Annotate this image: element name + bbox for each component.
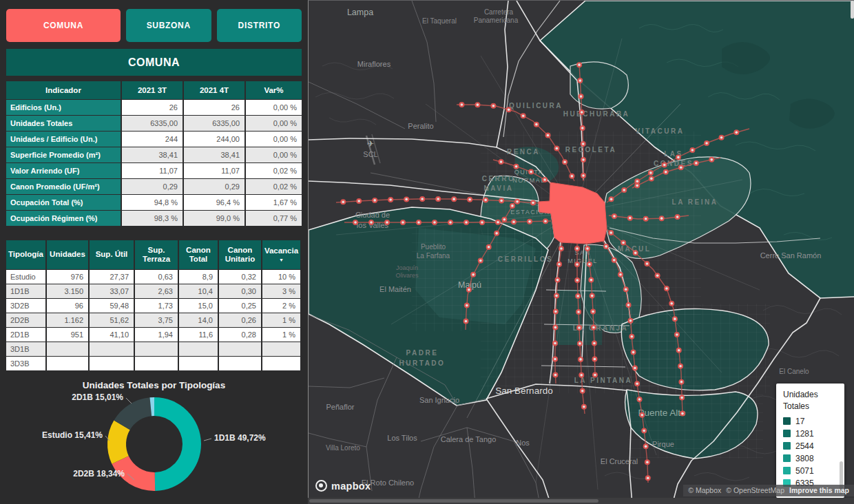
typology-value: 33,07 xyxy=(90,284,134,298)
typology-value: 14,0 xyxy=(179,313,218,327)
mapbox-logo[interactable]: mapbox xyxy=(315,480,371,492)
metro-station-dot-center xyxy=(705,142,708,145)
typology-row[interactable]: 2D2B1.16251,623,7514,00,261 % xyxy=(6,313,302,327)
typology-row[interactable]: 3D3B xyxy=(6,357,302,370)
metro-station-dot-center xyxy=(681,412,684,415)
map-legend: Unidades Totales 1712812544380850716335 xyxy=(776,384,844,498)
donut-label-Estudio: Estudio 15,41% xyxy=(42,430,103,440)
col-canon-unitario[interactable]: Canon Unitario xyxy=(219,240,261,269)
typology-value xyxy=(262,357,300,370)
metro-station-dot-center xyxy=(465,320,468,323)
typology-value xyxy=(262,342,300,356)
map-label--: ✈ xyxy=(367,139,374,149)
metro-station-dot-center xyxy=(605,245,607,248)
map-panel: ESTACIÓN LampaEl TaqueralCarreteraPaname… xyxy=(308,0,854,504)
col-unidades[interactable]: Unidades xyxy=(47,240,88,269)
attr-mapbox-link[interactable]: © Mapbox xyxy=(688,486,721,494)
typology-value: 51,62 xyxy=(90,313,134,327)
indicator-value-var: 0,00 % xyxy=(246,147,302,162)
metro-station-dot-center xyxy=(468,198,471,201)
map-vertical-scrollbar[interactable] xyxy=(851,1,854,19)
tab-distrito[interactable]: DISTRITO xyxy=(217,9,302,42)
metro-station-dot-center xyxy=(477,103,479,106)
metro-station-dot-center xyxy=(492,105,495,107)
map-label-huechuraba: HUECHURABA xyxy=(563,110,630,118)
col-canon-total[interactable]: Canon Total xyxy=(179,240,218,269)
metro-station-dot-center xyxy=(678,349,680,352)
section-title: COMUNA xyxy=(6,49,302,76)
metro-station-dot-center xyxy=(638,398,641,401)
attr-osm-link[interactable]: © OpenStreetMap xyxy=(726,486,784,494)
indicator-row[interactable]: Superficie Promedio (m²)38,4138,410,00 % xyxy=(6,147,302,162)
metro-station-dot-center xyxy=(544,220,547,222)
map-label-quilicura: QUILICURA xyxy=(509,102,563,109)
typology-row[interactable]: 2D1B95141,101,9411,60,281 % xyxy=(6,328,302,342)
metro-station-dot-center xyxy=(500,160,503,163)
typology-value: 2,63 xyxy=(135,284,178,298)
indicator-row[interactable]: Valor Arriendo (UF)11,0711,070,02 % xyxy=(6,163,302,178)
typology-row[interactable]: 1D1B3.15033,072,6310,40,303 % xyxy=(6,284,302,298)
typology-value: 1,73 xyxy=(135,299,178,313)
tab-subzona[interactable]: SUBZONA xyxy=(126,9,211,42)
col-vacancia[interactable]: Vacancia ▼ xyxy=(262,240,300,269)
map-label-miguel: MIGUEL xyxy=(567,258,598,264)
legend-swatch xyxy=(783,442,791,450)
metro-station-dot-center xyxy=(643,430,645,432)
indicator-value-var: 0,00 % xyxy=(246,116,302,131)
indicator-row[interactable]: Canon Promedio (UF/m²)0,290,290,02 % xyxy=(6,179,302,194)
metro-station-dot-center xyxy=(508,109,510,112)
typology-name: 1D1B xyxy=(6,284,45,298)
typology-row[interactable]: 3D2B9659,481,7315,00,252 % xyxy=(6,299,302,313)
map-label-la-farfana: La Farfana xyxy=(417,252,450,260)
map-label-cerrillos: CERRILLOS xyxy=(498,255,553,263)
attr-improve-link[interactable]: Improve this map xyxy=(789,486,849,494)
metro-station-dot-center xyxy=(554,374,557,377)
map-label-la-reina: LA REINA xyxy=(672,198,718,206)
metro-station-dot-center xyxy=(660,217,663,220)
metro-station-dot-center xyxy=(532,202,534,204)
horizontal-scrollbar-thumb[interactable] xyxy=(309,499,598,503)
metro-station-dot-center xyxy=(488,246,490,249)
metro-station-dot-center xyxy=(636,382,638,385)
indicator-row[interactable]: Unidades / Edificio (Un.)244244,000,00 % xyxy=(6,132,302,147)
donut-slice-1D1B[interactable] xyxy=(154,397,201,491)
col-sup-terraza[interactable]: Sup. Terraza xyxy=(135,240,178,269)
typology-value: 41,10 xyxy=(90,328,134,342)
indicator-row[interactable]: Ocupación Régimen (%)98,3 %99,0 %0,77 % xyxy=(6,211,302,226)
col-indicador: Indicador xyxy=(6,81,121,99)
metro-station-dot-center xyxy=(711,158,714,161)
map-label-padre: PADRE xyxy=(406,349,439,357)
indicator-label: Superficie Promedio (m²) xyxy=(6,147,121,162)
metro-station-dot-center xyxy=(634,367,636,370)
metro-station-dot-center xyxy=(577,311,580,313)
indicators-table: Indicador 2021 3T 2021 4T Var% Edificios… xyxy=(6,81,302,226)
col-tipologia[interactable]: Tipología xyxy=(6,240,45,269)
typology-value: 11,6 xyxy=(179,328,218,342)
donut-chart-title: Unidades Totales por Tipologías xyxy=(6,380,302,390)
indicator-row[interactable]: Unidades Totales6335,006335,000,00 % xyxy=(6,116,302,131)
metro-station-dot-center xyxy=(354,221,357,224)
metro-station-dot-center xyxy=(591,295,594,297)
metro-station-dot-center xyxy=(370,221,373,224)
map-attribution: © Mapbox © OpenStreetMap Improve this ma… xyxy=(683,485,854,496)
metro-station-dot-center xyxy=(497,221,499,224)
indicator-value-4t: 11,07 xyxy=(184,163,244,178)
map-container[interactable]: ESTACIÓN LampaEl TaqueralCarreteraPaname… xyxy=(308,0,854,498)
typology-row[interactable]: Estudio97627,370,638,90,3210 % xyxy=(6,270,302,284)
typology-row[interactable]: 3D1B xyxy=(6,342,302,356)
donut-label-1D1B: 1D1B 49,72% xyxy=(214,433,266,443)
metro-station-dot-center xyxy=(452,198,455,200)
indicator-row[interactable]: Ocupación Total (%)94,8 %96,4 %1,67 % xyxy=(6,195,302,210)
col-sup-util[interactable]: Sup. Útil xyxy=(90,240,134,269)
map-label-el-cruceral: El Cruceral xyxy=(601,457,638,465)
metro-station-dot-center xyxy=(433,221,436,224)
map-label-condes: CONDES xyxy=(654,160,694,167)
indicator-label: Valor Arriendo (UF) xyxy=(6,163,121,178)
metro-station-dot-center xyxy=(636,180,639,182)
horizontal-scrollbar-track[interactable] xyxy=(308,498,854,504)
tab-comuna[interactable]: COMUNA xyxy=(6,9,121,42)
metro-station-dot-center xyxy=(680,397,683,399)
metro-station-dot-center xyxy=(645,445,647,448)
indicator-row[interactable]: Edificios (Un.)26260,00 % xyxy=(6,100,302,115)
metro-station-dot-center xyxy=(680,166,683,169)
